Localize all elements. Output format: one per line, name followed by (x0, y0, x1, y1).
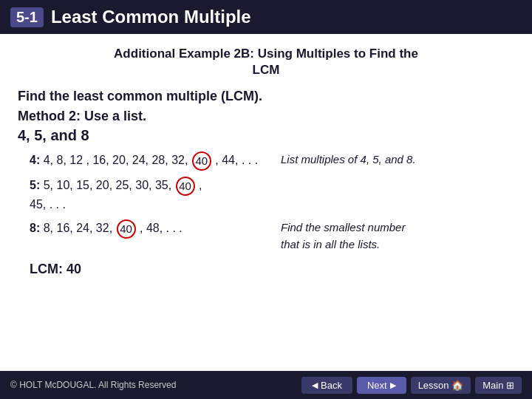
list-row-4: 4: 4, 8, 12 , 16, 20, 24, 28, 32, 40 , 4… (30, 151, 514, 171)
list-section: 4: 4, 8, 12 , 16, 20, 24, 28, 32, 40 , 4… (30, 151, 514, 253)
list8-label: 8: (30, 222, 40, 234)
footer: © HOLT McDOUGAL. All Rights Reserved ◀ B… (0, 371, 532, 399)
next-button[interactable]: Next ▶ (357, 377, 406, 394)
list5-circled: 40 (176, 177, 195, 196)
next-label: Next (367, 380, 387, 391)
list4-content: 4: 4, 8, 12 , 16, 20, 24, 28, 32, 40 , 4… (30, 151, 266, 171)
main-icon: ⊞ (506, 380, 514, 391)
lesson-badge: 5-1 (10, 7, 44, 27)
lcm-result: LCM: 40 (30, 262, 514, 277)
list8-circled: 40 (117, 219, 136, 239)
list-row-8: 8: 8, 16, 24, 32, 40 , 48, . . . Find th… (30, 219, 514, 253)
list5-line2: 45, . . . (30, 198, 66, 211)
main-label: Main (482, 380, 503, 391)
lesson-label: Lesson (418, 380, 449, 391)
list4-rest: , 44, . . . (215, 154, 258, 166)
find-heading: Find the least common multiple (LCM). (18, 89, 514, 104)
header: 5-1 Least Common Multiple (0, 0, 532, 34)
list8-note: Find the smallest number that is in all … (281, 219, 458, 253)
lesson-icon: 🏠 (451, 380, 463, 391)
list4-values: 4, 8, 12 , 16, 20, 24, 28, 32, (44, 154, 188, 166)
method-heading: Method 2: Use a list. (18, 109, 514, 124)
list8-note-line2: that is in all the lists. (281, 238, 380, 250)
list5-rest: , (199, 179, 202, 191)
list5-content: 5: 5, 10, 15, 20, 25, 30, 35, 40 , 45, .… (30, 177, 266, 214)
numbers-heading: 4, 5, and 8 (18, 127, 514, 144)
main-content: Additional Example 2B: Using Multiples t… (0, 34, 532, 284)
nav-buttons: ◀ Back Next ▶ Lesson 🏠 Main ⊞ (301, 377, 522, 394)
back-arrow-icon: ◀ (312, 381, 318, 390)
list5-label: 5: (30, 179, 40, 191)
subtitle-line2: LCM (253, 63, 280, 77)
list4-note: List multiples of 4, 5, and 8. (281, 151, 458, 168)
list8-content: 8: 8, 16, 24, 32, 40 , 48, . . . (30, 219, 266, 239)
next-arrow-icon: ▶ (390, 381, 396, 390)
copyright-text: © HOLT McDOUGAL. All Rights Reserved (10, 380, 176, 390)
back-button[interactable]: ◀ Back (301, 377, 352, 394)
list8-values: 8, 16, 24, 32, (44, 222, 112, 234)
example-subtitle: Additional Example 2B: Using Multiples t… (18, 46, 514, 78)
lesson-title: Least Common Multiple (51, 7, 251, 27)
list4-circled: 40 (192, 151, 211, 171)
main-button[interactable]: Main ⊞ (475, 377, 522, 394)
list8-rest: , 48, . . . (140, 222, 183, 234)
lesson-button[interactable]: Lesson 🏠 (411, 377, 471, 394)
list8-note-line1: Find the smallest number (281, 221, 405, 233)
list-row-5: 5: 5, 10, 15, 20, 25, 30, 35, 40 , 45, .… (30, 177, 514, 214)
list4-label: 4: (30, 154, 40, 166)
subtitle-line1: Additional Example 2B: Using Multiples t… (114, 47, 418, 61)
back-label: Back (321, 380, 342, 391)
list5-values: 5, 10, 15, 20, 25, 30, 35, (44, 179, 171, 191)
